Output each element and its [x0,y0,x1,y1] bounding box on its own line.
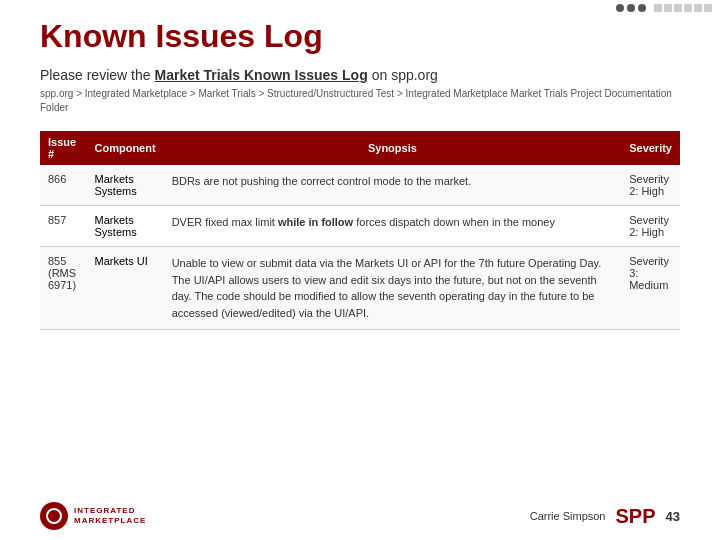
subtitle-text-before: Please review the [40,67,151,83]
logo-line2: MARKETPLACE [74,516,146,526]
presenter-name: Carrie Simpson [530,510,606,522]
issue-num-855: 855(RMS6971) [40,247,87,330]
synopsis-866: BDRs are not pushing the correct control… [164,165,622,206]
col-header-severity: Severity [621,131,680,165]
top-decoration [608,0,720,16]
table-row: 857 MarketsSystems DVER fixed max limit … [40,206,680,247]
spp-logo: SPP [616,505,656,528]
severity-857: Severity2: High [621,206,680,247]
breadcrumb: spp.org > Integrated Marketplace > Marke… [40,87,680,115]
footer: INTEGRATED MARKETPLACE Carrie Simpson SP… [0,502,720,530]
synopsis-857: DVER fixed max limit while in follow for… [164,206,622,247]
rect-3 [674,4,682,12]
severity-855: Severity3:Medium [621,247,680,330]
footer-right: Carrie Simpson SPP 43 [530,505,680,528]
rect-1 [654,4,662,12]
dot-1 [616,4,624,12]
synopsis-855: Unable to view or submit data via the Ma… [164,247,622,330]
rect-2 [664,4,672,12]
table-header: Issue # Component Synopsis Severity [40,131,680,165]
component-857: MarketsSystems [87,206,164,247]
table-row: 855(RMS6971) Markets UI Unable to view o… [40,247,680,330]
dot-3 [638,4,646,12]
integrated-marketplace-logo: INTEGRATED MARKETPLACE [40,502,146,530]
table-body: 866 MarketsSystems BDRs are not pushing … [40,165,680,330]
rect-6 [704,4,712,12]
subtitle: Please review the Market Trials Known Is… [40,67,680,83]
logo-circle-inner [46,508,62,524]
logo-line1: INTEGRATED [74,506,146,516]
subtitle-text-after: on spp.org [372,67,438,83]
rect-5 [694,4,702,12]
issue-num-857: 857 [40,206,87,247]
dot-2 [627,4,635,12]
issues-table: Issue # Component Synopsis Severity 866 … [40,131,680,330]
spp-text: SPP [616,505,656,528]
component-855: Markets UI [87,247,164,330]
rect-group [654,4,712,12]
severity-866: Severity2: High [621,165,680,206]
dots-group [616,4,646,12]
rect-4 [684,4,692,12]
col-header-component: Component [87,131,164,165]
subtitle-link: Market Trials Known Issues Log [155,67,368,83]
component-866: MarketsSystems [87,165,164,206]
col-header-synopsis: Synopsis [164,131,622,165]
main-content: Known Issues Log Please review the Marke… [0,0,720,340]
logo-text: INTEGRATED MARKETPLACE [74,506,146,527]
table-row: 866 MarketsSystems BDRs are not pushing … [40,165,680,206]
logo-circle-icon [40,502,68,530]
page-number: 43 [666,509,680,524]
issue-num-866: 866 [40,165,87,206]
page-title: Known Issues Log [40,18,680,55]
table-header-row: Issue # Component Synopsis Severity [40,131,680,165]
col-header-issue: Issue # [40,131,87,165]
